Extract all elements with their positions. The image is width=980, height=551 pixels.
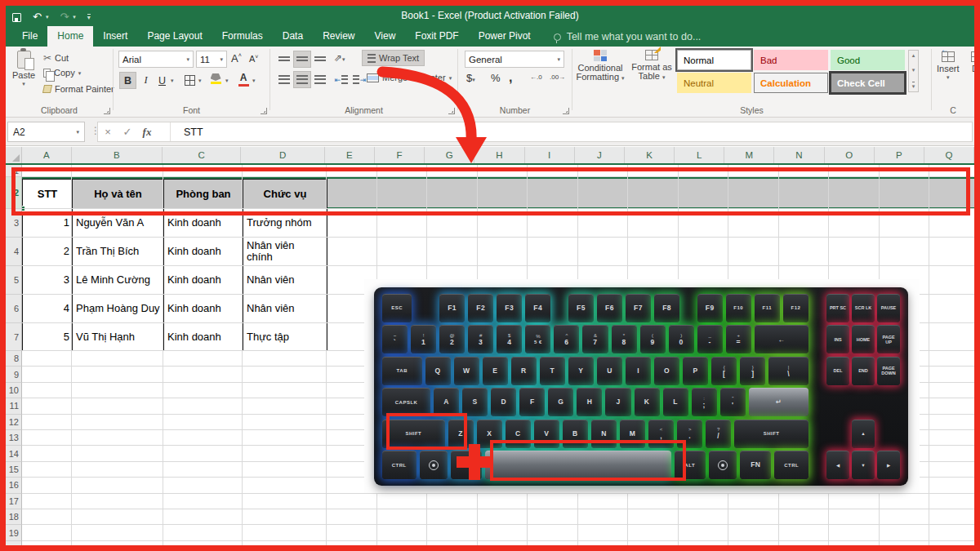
shrink-font-button[interactable]: A˅ — [249, 54, 258, 64]
alignment-dialog-launcher[interactable] — [448, 108, 455, 114]
keyboard-key[interactable]: F11 — [755, 294, 780, 322]
keyboard-key[interactable]: ← — [755, 325, 808, 353]
table-cell[interactable]: Vũ Thị Hạnh — [73, 323, 164, 351]
keyboard-key[interactable] — [420, 451, 448, 479]
keyboard-key[interactable]: ~` — [382, 325, 408, 353]
tab-foxit-pdf[interactable]: Foxit PDF — [405, 26, 468, 47]
column-header-L[interactable]: L — [675, 147, 724, 163]
keyboard-key[interactable]: SHIFT — [734, 420, 808, 448]
fill-color-dropdown-icon[interactable]: ▾ — [225, 78, 229, 82]
number-format-select[interactable]: General▾ — [465, 51, 564, 68]
tell-me-box[interactable]: Tell me what you want to do... — [554, 31, 702, 47]
keyboard-key[interactable]: ↵ — [749, 388, 808, 416]
row-header-7[interactable]: 7 — [6, 323, 22, 351]
keyboard-key[interactable]: |\ — [768, 357, 808, 385]
keyboard-key[interactable]: CTRL — [382, 451, 416, 479]
tab-home[interactable]: Home — [47, 26, 93, 47]
column-header-B[interactable]: B — [72, 147, 163, 163]
grow-font-button[interactable]: A˄ — [231, 52, 242, 64]
keyboard-key[interactable]: N — [591, 420, 617, 448]
column-header-J[interactable]: J — [575, 147, 625, 163]
keyboard-key[interactable]: F6 — [597, 294, 622, 322]
paste-dropdown-icon[interactable]: ▾ — [22, 82, 25, 86]
keyboard-key[interactable]: R — [511, 357, 537, 385]
keyboard-key[interactable]: += — [726, 325, 751, 353]
row-header-1[interactable]: 1 — [6, 165, 22, 177]
keyboard-key[interactable]: ▲ — [852, 420, 875, 448]
table-header-cell[interactable]: STT — [23, 180, 73, 209]
table-cell[interactable]: Trần Thị Bích — [73, 238, 164, 266]
row-header-9[interactable]: 9 — [6, 367, 22, 382]
column-header-Q[interactable]: Q — [924, 147, 974, 163]
keyboard-key[interactable]: )0 — [669, 325, 694, 353]
keyboard-key[interactable]: E — [483, 357, 508, 385]
keyboard-key[interactable]: Q — [425, 357, 451, 385]
keyboard-key[interactable]: F3 — [497, 294, 522, 322]
keyboard-key[interactable]: S — [462, 388, 488, 416]
column-header-P[interactable]: P — [875, 147, 924, 163]
font-family-select[interactable]: Arial▾ — [118, 51, 194, 68]
align-top-button[interactable] — [275, 51, 293, 68]
keyboard-key[interactable]: *8 — [612, 325, 637, 353]
table-cell[interactable]: 5 — [23, 323, 73, 351]
cell-style-neutral[interactable]: Neutral — [677, 73, 751, 93]
row-header-12[interactable]: 12 — [6, 415, 22, 430]
keyboard-key[interactable]: C — [506, 420, 531, 448]
keyboard-key[interactable]: F — [519, 388, 545, 416]
keyboard-key[interactable] — [485, 451, 670, 479]
keyboard-key[interactable]: H — [577, 388, 602, 416]
copy-button[interactable]: Copy ▾ — [43, 68, 81, 78]
row-header-8[interactable]: 8 — [6, 351, 22, 367]
keyboard-key[interactable]: U — [597, 357, 622, 385]
row-header-4[interactable]: 4 — [6, 238, 22, 266]
font-color-dropdown-icon[interactable]: ▾ — [252, 78, 256, 82]
formula-field[interactable]: × ✓ fx STT — [97, 122, 973, 142]
column-header-H[interactable]: H — [474, 147, 524, 163]
row-header-19[interactable]: 19 — [6, 525, 22, 540]
gallery-scroll-down-icon[interactable]: ▾ — [912, 67, 915, 73]
increase-decimal-button[interactable]: ←.0 — [530, 73, 542, 81]
tab-data[interactable]: Data — [273, 26, 313, 47]
keyboard-key[interactable]: J — [605, 388, 630, 416]
insert-function-icon[interactable]: fx — [137, 126, 157, 139]
keyboard-key[interactable]: &7 — [582, 325, 608, 353]
increase-indent-button[interactable]: ⇥ — [350, 71, 368, 88]
table-cell[interactable]: 1 — [23, 209, 73, 238]
keyboard-key[interactable]: "' — [720, 388, 746, 416]
align-right-button[interactable] — [311, 71, 329, 88]
cell-style-calculation[interactable]: Calculation — [754, 73, 828, 93]
row-header-3[interactable]: 3 — [6, 209, 22, 238]
keyboard-key[interactable]: INS — [826, 325, 849, 353]
keyboard-key[interactable]: F4 — [525, 294, 550, 322]
tab-view[interactable]: View — [365, 26, 406, 47]
orientation-button[interactable]: ⇗▾ — [334, 52, 345, 64]
keyboard-key[interactable]: SCR LK — [852, 294, 875, 322]
name-box[interactable]: A2 ▾ — [7, 122, 85, 142]
column-header-N[interactable]: N — [774, 147, 824, 163]
name-box-dropdown-icon[interactable]: ▾ — [76, 130, 79, 134]
keyboard-key[interactable]: I — [626, 357, 651, 385]
tab-page-layout[interactable]: Page Layout — [137, 26, 212, 47]
comma-style-button[interactable]: , — [509, 70, 512, 85]
table-cell[interactable]: Nhân viên — [243, 266, 327, 295]
keyboard-key[interactable]: X — [477, 420, 502, 448]
table-cell[interactable]: Nguyễn Văn A — [73, 209, 164, 238]
row-header-18[interactable]: 18 — [6, 509, 22, 525]
borders-button[interactable] — [180, 72, 198, 89]
keyboard-key[interactable]: F7 — [626, 294, 651, 322]
keyboard-key[interactable]: T — [540, 357, 565, 385]
percent-button[interactable]: % — [491, 72, 501, 84]
row-header-5[interactable]: 5 — [6, 266, 22, 295]
table-cell[interactable]: Thực tập — [243, 323, 327, 351]
column-header-K[interactable]: K — [625, 147, 675, 163]
table-cell[interactable]: Kinh doanh — [164, 266, 243, 295]
keyboard-key[interactable]: END — [852, 357, 875, 385]
row-header-16[interactable]: 16 — [6, 478, 22, 493]
keyboard-key[interactable]: G — [548, 388, 573, 416]
keyboard-key[interactable]: #3 — [468, 325, 493, 353]
align-center-button[interactable] — [293, 71, 311, 88]
table-cell[interactable]: Phạm Hoàng Duy — [73, 295, 164, 323]
keyboard-key[interactable]: F10 — [726, 294, 751, 322]
table-cell[interactable]: Nhân viên — [243, 295, 327, 323]
keyboard-key[interactable]: F2 — [468, 294, 493, 322]
